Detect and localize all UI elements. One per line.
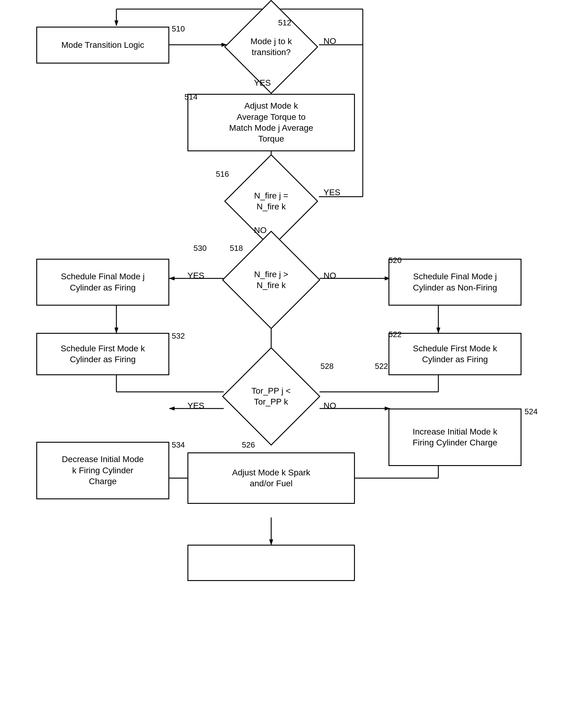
- label-520: 520: [389, 256, 401, 265]
- label-526: 526: [242, 440, 255, 450]
- node-514: Adjust Mode kAverage Torque toMatch Mode…: [188, 94, 355, 151]
- node-512: Mode j to ktransition?: [224, 0, 318, 94]
- label-532: 532: [172, 331, 185, 341]
- label-yes3: YES: [188, 271, 204, 281]
- node-520: Schedule Final Mode jCylinder as Non-Fir…: [389, 259, 522, 306]
- svg-marker-29: [169, 407, 174, 410]
- svg-marker-38: [269, 540, 273, 545]
- label-yes2: YES: [324, 188, 340, 197]
- flowchart-diagram: Mode Transition Logic 510 Mode j to ktra…: [0, 0, 588, 709]
- node-526: Adjust Mode k Sparkand/or Fuel: [188, 452, 355, 504]
- label-no1: NO: [324, 36, 336, 46]
- label-no2: NO: [254, 226, 267, 235]
- node-518-text: N_fire j >N_fire k: [253, 267, 290, 293]
- exit-box: [188, 545, 355, 581]
- node-530: Schedule Final Mode jCylinder as Firing: [36, 259, 169, 306]
- label-516: 516: [216, 169, 229, 179]
- label-no3: NO: [324, 271, 336, 281]
- node-518-wrapper: N_fire j >N_fire k: [224, 245, 319, 315]
- label-534: 534: [172, 440, 185, 450]
- node-522: Schedule First Mode kCylinder as Firing: [389, 333, 522, 375]
- label-530-ref: 530: [194, 244, 206, 253]
- svg-marker-19: [115, 328, 118, 333]
- label-yes1: YES: [254, 78, 271, 88]
- node-516-wrapper: N_fire j =N_fire k: [224, 171, 319, 232]
- label-528: 528: [320, 362, 333, 371]
- label-yes4: YES: [188, 401, 204, 411]
- label-518: 518: [230, 244, 243, 253]
- svg-marker-15: [169, 277, 174, 280]
- label-522-ref: 522: [375, 362, 388, 371]
- node-512-text: Mode j to ktransition?: [249, 34, 293, 60]
- label-512: 512: [278, 18, 291, 28]
- node-524: Increase Initial Mode kFiring Cylinder C…: [389, 409, 522, 466]
- svg-marker-1: [115, 21, 118, 26]
- label-524: 524: [525, 407, 537, 416]
- label-510: 510: [172, 24, 185, 33]
- label-514: 514: [185, 92, 197, 102]
- label-522: 522: [389, 330, 401, 339]
- node-532: Schedule First Mode kCylinder as Firing: [36, 333, 169, 375]
- node-512-wrapper: Mode j to ktransition?: [224, 17, 319, 77]
- label-no4: NO: [324, 401, 336, 411]
- node-528-wrapper: Tor_PP j <Tor_PP k: [224, 362, 319, 431]
- node-534: Decrease Initial Modek Firing CylinderCh…: [36, 442, 169, 499]
- node-528: Tor_PP j <Tor_PP k: [222, 347, 320, 445]
- node-510: Mode Transition Logic: [36, 27, 169, 63]
- svg-marker-21: [437, 328, 440, 333]
- node-528-text: Tor_PP j <Tor_PP k: [250, 384, 292, 409]
- node-516-text: N_fire j =N_fire k: [253, 189, 290, 214]
